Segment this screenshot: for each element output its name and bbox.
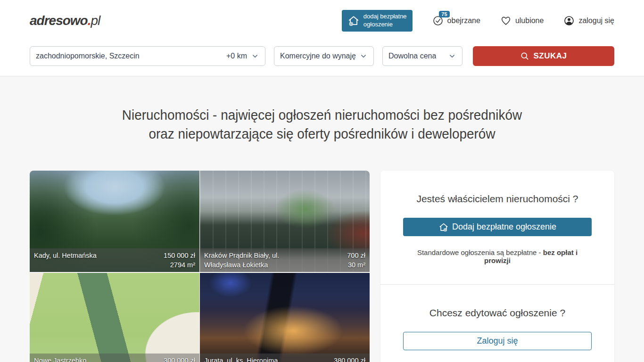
price-value: Dowolna cena — [388, 52, 436, 60]
owner-heading: Jesteś właścicielem nieruchomości ? — [403, 193, 592, 205]
add-listing-button[interactable]: dodaj bezpłatne ogłoszenie — [342, 10, 413, 32]
category-select[interactable]: Komercyjne do wynaję — [274, 46, 374, 66]
category-value: Komercyjne do wynaję — [280, 52, 356, 60]
radius-select[interactable]: +0 km — [226, 52, 247, 60]
chevron-down-icon — [251, 52, 259, 60]
listing-title: Kady, ul. Hetmańska — [34, 251, 97, 270]
listing-caption: Kady, ul. Hetmańska 150 000 zł 2794 m² — [30, 248, 199, 272]
logo-text-suffix: pl — [91, 13, 100, 28]
heart-icon — [500, 15, 512, 26]
listing-caption: Jurata, ul. ks. Hieronima 380 000 zł — [200, 354, 370, 362]
favorites-link[interactable]: ulubione — [500, 15, 544, 26]
location-value: zachodniopomorskie, Szczecin — [36, 52, 140, 60]
page-title: Nieruchomości - najwięcej ogłoszeń nieru… — [50, 106, 594, 143]
logo-text-main: adresowo — [30, 13, 88, 28]
listing-price: 700 zł — [347, 252, 365, 259]
search-button-label: SZUKAJ — [533, 51, 567, 61]
owner-note: Standardowe ogłoszenia są bezpłatne - be… — [403, 248, 592, 264]
viewed-link[interactable]: 75 obejrzane — [432, 15, 480, 26]
check-circle-icon: 75 — [432, 15, 444, 26]
chevron-down-icon — [448, 52, 456, 60]
sidebar-login-button[interactable]: Zaloguj się — [403, 332, 592, 350]
add-free-listing-button[interactable]: Dodaj bezpłatne ogłoszenie — [403, 218, 592, 236]
listing-price: 380 000 zł — [334, 357, 365, 362]
listing-caption: Kraków Prądnik Biały, ul. Władysława Łok… — [200, 248, 370, 272]
listing-title: Kraków Prądnik Biały, ul. Władysława Łok… — [204, 251, 315, 270]
search-button[interactable]: SZUKAJ — [473, 46, 614, 66]
search-bar: zachodniopomorskie, Szczecin +0 km Komer… — [0, 41, 644, 76]
listing-card[interactable]: Kady, ul. Hetmańska 150 000 zł 2794 m² — [30, 171, 199, 272]
header-actions: dodaj bezpłatne ogłoszenie 75 obejrzane — [342, 10, 614, 32]
location-input[interactable]: zachodniopomorskie, Szczecin +0 km — [30, 46, 265, 66]
owner-section: Jesteś właścicielem nieruchomości ? Doda… — [380, 171, 614, 284]
add-listing-label: dodaj bezpłatne ogłoszenie — [363, 13, 407, 29]
house-plus-icon — [438, 222, 449, 232]
listing-area: 2794 m² — [170, 261, 195, 269]
listings-grid: Kady, ul. Hetmańska 150 000 zł 2794 m² K… — [30, 171, 370, 362]
house-plus-icon — [347, 15, 360, 27]
price-select[interactable]: Dowolna cena — [382, 46, 462, 66]
favorites-label: ulubione — [515, 16, 544, 25]
search-icon — [520, 51, 529, 61]
edit-heading: Chcesz edytować ogłoszenie ? — [403, 307, 592, 319]
listing-price: 300 000 zł — [164, 357, 195, 362]
login-label: zaloguj się — [578, 16, 614, 25]
site-logo[interactable]: adresowo.pl — [30, 13, 100, 28]
listing-card[interactable]: Jurata, ul. ks. Hieronima 380 000 zł — [200, 273, 370, 362]
listing-title: Jurata, ul. ks. Hieronima — [204, 356, 278, 362]
login-link[interactable]: zaloguj się — [563, 15, 614, 26]
top-bar: adresowo.pl dodaj bezpłatne ogłoszenie — [0, 0, 644, 41]
viewed-label: obejrzane — [447, 16, 480, 25]
viewed-count-badge: 75 — [439, 11, 449, 17]
listing-price: 150 000 zł — [164, 252, 195, 259]
chevron-down-icon — [359, 52, 368, 60]
listing-title: Nowe Jastrzębko — [34, 356, 86, 362]
listing-card[interactable]: Nowe Jastrzębko 300 000 zł — [30, 273, 199, 362]
edit-section: Chcesz edytować ogłoszenie ? Zaloguj się… — [380, 284, 614, 362]
listing-area: 30 m² — [348, 261, 365, 269]
listing-caption: Nowe Jastrzębko 300 000 zł — [30, 354, 199, 362]
add-free-listing-label: Dodaj bezpłatne ogłoszenie — [452, 222, 556, 232]
person-circle-icon — [563, 15, 575, 26]
owner-sidebar: Jesteś właścicielem nieruchomości ? Doda… — [380, 171, 614, 362]
listing-card[interactable]: Kraków Prądnik Biały, ul. Władysława Łok… — [200, 171, 370, 272]
